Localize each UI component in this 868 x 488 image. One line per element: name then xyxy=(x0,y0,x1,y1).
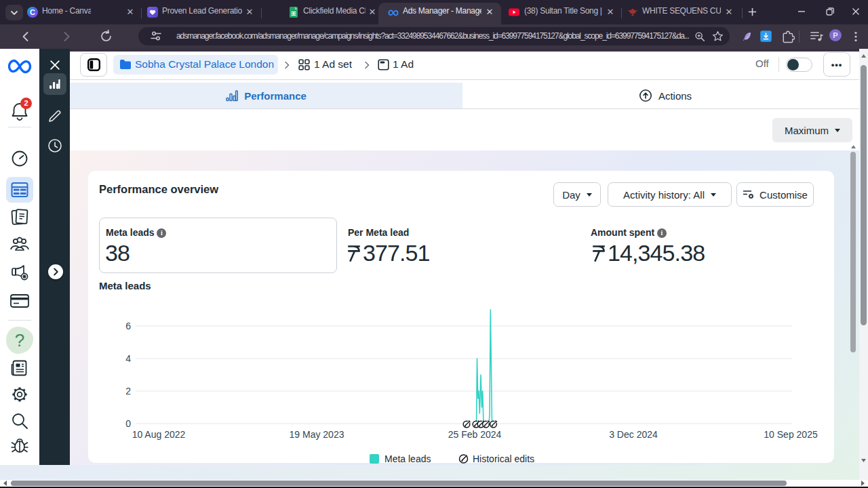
svg-text:10 Aug 2022: 10 Aug 2022 xyxy=(132,429,186,440)
svg-text:25 Feb 2024: 25 Feb 2024 xyxy=(448,429,502,440)
svg-text:4: 4 xyxy=(125,353,131,364)
svg-text:10 Sep 2025: 10 Sep 2025 xyxy=(764,429,818,440)
svg-text:C: C xyxy=(30,8,35,16)
svg-text:19 May 2023: 19 May 2023 xyxy=(290,429,344,440)
svg-text:0: 0 xyxy=(125,418,131,429)
svg-text:6: 6 xyxy=(125,321,131,331)
svg-text:2: 2 xyxy=(125,386,131,396)
svg-text:3 Dec 2024: 3 Dec 2024 xyxy=(609,429,658,440)
